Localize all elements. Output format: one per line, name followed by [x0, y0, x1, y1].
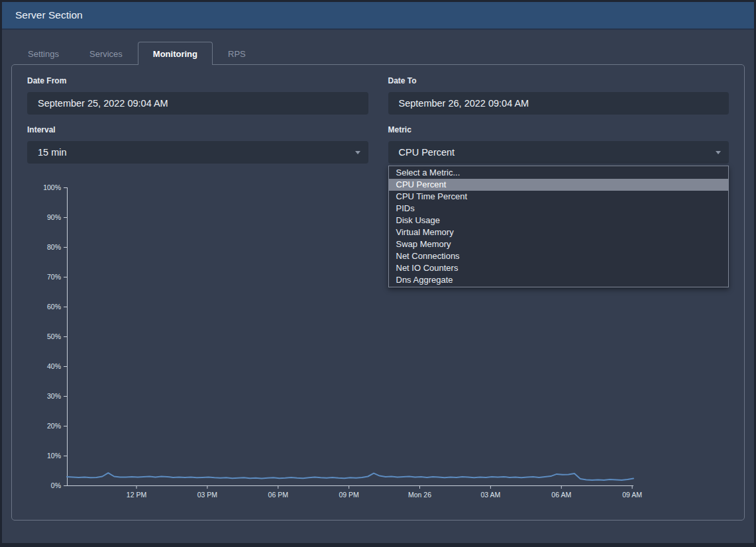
metric-option[interactable]: Dns Aggregate [389, 274, 729, 286]
x-axis-tick-label: 06 PM [268, 491, 288, 499]
y-axis-tick-label: 30% [47, 392, 61, 400]
app-window: Server Section Settings Services Monitor… [0, 0, 756, 547]
interval-selected-value: 15 min [38, 147, 67, 158]
metric-label: Metric [388, 125, 729, 135]
cpu-series-line [67, 473, 633, 480]
tab-settings[interactable]: Settings [13, 42, 74, 65]
y-axis-tick-label: 50% [47, 332, 61, 340]
date-from-input[interactable] [27, 92, 368, 115]
date-to-input[interactable] [388, 92, 729, 115]
date-to-label: Date To [388, 76, 729, 86]
x-axis-tick-label: Mon 26 [408, 491, 431, 499]
x-axis-tick-label: 09 PM [339, 491, 358, 499]
y-axis-tick-label: 90% [47, 213, 61, 221]
date-from-label: Date From [27, 76, 368, 86]
chevron-down-icon [355, 151, 360, 154]
filters-form: Date From Date To Interval 15 min Metric… [27, 76, 729, 164]
metric-option[interactable]: Select a Metric... [389, 167, 729, 179]
tab-monitoring[interactable]: Monitoring [138, 42, 213, 65]
chevron-down-icon [716, 151, 721, 154]
tab-services[interactable]: Services [74, 42, 138, 65]
metric-option[interactable]: Net IO Counters [389, 262, 729, 274]
metric-select[interactable]: CPU Percent [388, 141, 729, 164]
y-axis-tick-label: 100% [43, 183, 61, 191]
y-axis-tick-label: 60% [47, 303, 61, 311]
x-axis-tick-label: 12 PM [127, 491, 146, 499]
interval-label: Interval [27, 125, 368, 135]
metric-option[interactable]: CPU Percent [389, 179, 729, 191]
metric-option[interactable]: CPU Time Percent [389, 191, 729, 203]
y-axis-tick-label: 80% [47, 243, 61, 251]
metric-option[interactable]: Net Connections [389, 250, 729, 262]
y-axis-tick-label: 20% [47, 422, 61, 430]
x-axis-tick-label: 09 AM [622, 491, 642, 499]
y-axis-tick-label: 0% [51, 481, 61, 489]
interval-select[interactable]: 15 min [27, 141, 368, 164]
x-axis-tick-label: 03 AM [480, 491, 500, 499]
y-axis-tick-label: 40% [47, 362, 61, 370]
y-axis-tick-label: 10% [47, 452, 61, 460]
x-axis-tick-label: 06 AM [551, 491, 571, 499]
x-axis-tick-label: 03 PM [197, 491, 217, 499]
metric-option[interactable]: Virtual Memory [389, 226, 729, 238]
monitoring-panel: Date From Date To Interval 15 min Metric… [11, 64, 745, 521]
metric-option[interactable]: Swap Memory [389, 238, 729, 250]
metric-option[interactable]: Disk Usage [389, 215, 729, 226]
tab-rps[interactable]: RPS [213, 42, 261, 65]
window-title: Server Section [15, 9, 83, 21]
titlebar: Server Section [2, 2, 754, 30]
tab-bar: Settings Services Monitoring RPS [13, 42, 754, 64]
y-axis-tick-label: 70% [47, 273, 61, 281]
metric-option[interactable]: PIDs [389, 203, 729, 215]
metric-selected-value: CPU Percent [399, 147, 455, 158]
metric-dropdown: Select a Metric...CPU PercentCPU Time Pe… [388, 166, 729, 287]
